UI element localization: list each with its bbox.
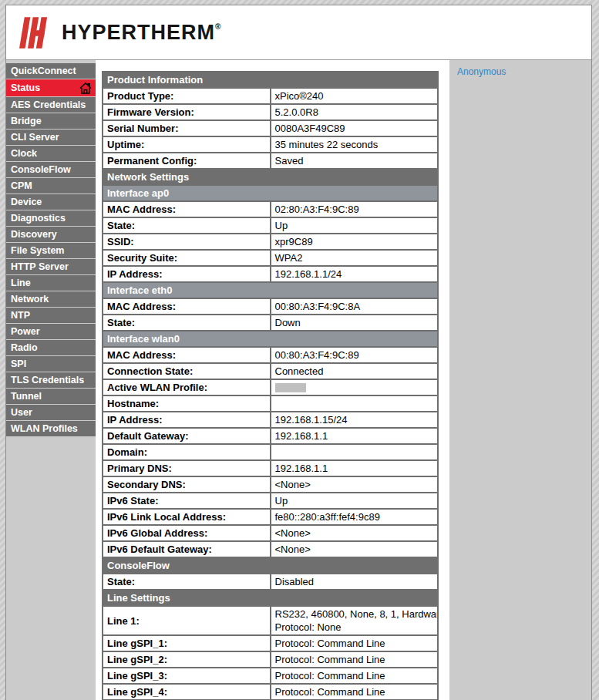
field-label: MAC Address: [103, 201, 271, 217]
field-label: Active WLAN Profile: [103, 379, 271, 395]
subsection-header: Interface ap0 [103, 185, 438, 201]
sidebar-item-status[interactable]: Status [6, 79, 96, 96]
table-row: MAC Address:02:80:A3:F4:9C:89 [103, 201, 438, 217]
sidebar-item-ntp[interactable]: NTP [6, 308, 96, 323]
table-row: Line gSPI_2:Protocol: Command Line [103, 651, 438, 668]
field-label: Serial Number: [103, 120, 271, 136]
field-label: Product Type: [103, 88, 271, 104]
table-row: Permanent Config:Saved [103, 153, 438, 169]
field-value: 192.168.1.15/24 [271, 412, 439, 428]
field-value: Up [271, 217, 439, 234]
table-row: Active WLAN Profile: [103, 379, 438, 395]
sidebar-item-quickconnect[interactable]: QuickConnect [6, 63, 96, 79]
sidebar-item-discovery[interactable]: Discovery [6, 227, 96, 242]
field-label: Default Gateway: [103, 428, 271, 444]
subsection-header: Interface wlan0 [103, 331, 438, 347]
user-link[interactable]: Anonymous [457, 66, 506, 77]
sidebar-item-label: Status [11, 79, 40, 96]
sidebar-item-clock[interactable]: Clock [6, 146, 96, 161]
field-label: Line gSPI_3: [103, 668, 271, 684]
sidebar-item-tls-credentials[interactable]: TLS Credentials [6, 372, 96, 388]
field-value: fe80::280:a3ff:fef4:9c89 [271, 509, 439, 525]
right-gutter: Anonymous [449, 60, 591, 700]
sidebar-item-radio[interactable]: Radio [6, 340, 96, 355]
sidebar-item-consoleflow[interactable]: ConsoleFlow [6, 162, 96, 177]
sidebar-item-label: HTTP Server [11, 259, 69, 274]
field-value: 02:80:A3:F4:9C:89 [271, 201, 439, 217]
table-row: MAC Address:00:80:A3:F4:9C:8A [103, 298, 438, 315]
sidebar-item-tunnel[interactable]: Tunnel [6, 389, 96, 404]
table-row: Line gSPI_3:Protocol: Command Line [103, 668, 438, 684]
main-panel: Product InformationProduct Type:xPico®24… [96, 60, 449, 700]
screenshot-root: { "colors": { "accent_red": "#e71e30", "… [0, 0, 599, 700]
sidebar-item-aes-credentials[interactable]: AES Credentials [6, 97, 96, 113]
field-label: IPv6 Global Address: [103, 525, 271, 541]
table-row: IPv6 Global Address:<None> [103, 525, 438, 541]
sidebar-item-bridge[interactable]: Bridge [6, 113, 96, 129]
field-value: 00:80:A3:F4:9C:8A [271, 298, 439, 315]
table-row: Serial Number:0080A3F49C89 [103, 120, 438, 136]
content-area: QuickConnectStatusAES CredentialsBridgeC… [6, 60, 591, 700]
field-value [271, 395, 439, 412]
sidebar-item-diagnostics[interactable]: Diagnostics [6, 210, 96, 226]
sidebar-item-file-system[interactable]: File System [6, 243, 96, 258]
sidebar-item-http-server[interactable]: HTTP Server [6, 259, 96, 274]
section-header: ConsoleFlow [103, 557, 438, 574]
site-header: HYPERTHERM® [6, 5, 591, 60]
sidebar-item-device[interactable]: Device [6, 194, 96, 210]
hypertherm-h-icon [15, 12, 52, 53]
sidebar-item-label: WLAN Profiles [11, 421, 78, 436]
sidebar-item-label: User [11, 405, 32, 420]
subsection-header-row: Interface wlan0 [103, 331, 438, 347]
field-label: IPv6 Default Gateway: [103, 541, 271, 557]
table-row: IPv6 Default Gateway:<None> [103, 541, 438, 557]
field-label: Permanent Config: [103, 153, 271, 169]
table-row: SSID:xpr9C89 [103, 234, 438, 250]
sidebar-item-label: SPI [11, 356, 26, 372]
sidebar-item-power[interactable]: Power [6, 324, 96, 339]
table-row: State:Up [103, 217, 438, 234]
field-label: Security Suite: [103, 250, 271, 266]
app-window: HYPERTHERM® QuickConnectStatusAES Creden… [5, 5, 592, 700]
home-icon [79, 82, 92, 94]
field-value: Protocol: Command Line [271, 668, 439, 684]
sidebar-item-network[interactable]: Network [6, 291, 96, 307]
field-label: MAC Address: [103, 347, 271, 363]
field-label: Connection State: [103, 363, 271, 379]
field-label: State: [103, 217, 271, 234]
field-label: IP Address: [103, 412, 271, 428]
field-label: Firmware Version: [103, 104, 271, 120]
field-value: Protocol: Command Line [271, 651, 439, 668]
field-value: 192.168.1.1 [271, 428, 439, 444]
sidebar-item-label: Network [11, 291, 49, 307]
sidebar-item-line[interactable]: Line [6, 275, 96, 291]
field-value: 35 minutes 22 seconds [271, 136, 439, 153]
sidebar-item-spi[interactable]: SPI [6, 356, 96, 372]
sidebar-item-label: ConsoleFlow [11, 162, 71, 177]
field-value: Up [271, 493, 439, 509]
sidebar-item-cpm[interactable]: CPM [6, 178, 96, 194]
sidebar-item-label: QuickConnect [11, 63, 76, 79]
field-value: RS232, 460800, None, 8, 1, HardwareProto… [271, 606, 439, 635]
field-value: Connected [271, 363, 439, 379]
section-header-row: Product Information [103, 72, 438, 88]
field-value: 192.168.1.1 [271, 460, 439, 476]
section-header-row: ConsoleFlow [103, 557, 438, 574]
hypertherm-logo: HYPERTHERM® [15, 12, 221, 53]
section-header-row: Line Settings [103, 590, 438, 606]
sidebar-item-wlan-profiles[interactable]: WLAN Profiles [6, 421, 96, 436]
field-label: Line gSPI_2: [103, 651, 271, 668]
field-value: Saved [271, 153, 439, 169]
field-value: Down [271, 315, 439, 331]
field-value: WPA2 [271, 250, 439, 266]
field-value: <None> [271, 476, 439, 493]
sidebar-item-label: File System [11, 243, 64, 258]
sidebar-item-label: CPM [11, 178, 32, 194]
subsection-header-row: Interface eth0 [103, 282, 438, 298]
table-row: MAC Address:00:80:A3:F4:9C:89 [103, 347, 438, 363]
sidebar-item-cli-server[interactable]: CLI Server [6, 130, 96, 145]
field-label: State: [103, 574, 271, 590]
sidebar-item-user[interactable]: User [6, 405, 96, 420]
table-row: IP Address:192.168.1.1/24 [103, 266, 438, 282]
sidebar-item-label: Power [11, 324, 40, 339]
